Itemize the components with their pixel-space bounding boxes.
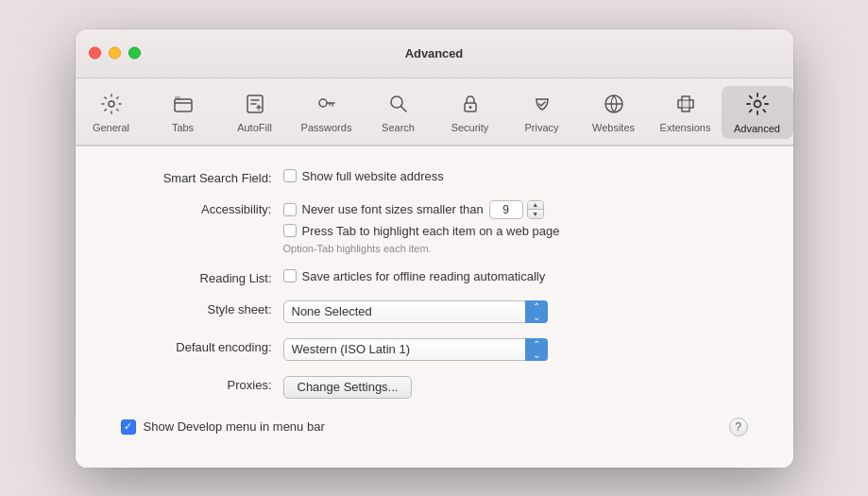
content-area: Smart Search Field: Show full website ad…: [76, 146, 793, 468]
window-title: Advanced: [405, 46, 463, 60]
tab-general-label: General: [93, 122, 129, 133]
font-size-increment[interactable]: ▲: [528, 201, 543, 210]
tab-passwords-label: Passwords: [301, 122, 352, 133]
minimize-button[interactable]: [109, 47, 121, 60]
accessibility-hint: Option-Tab highlights each item.: [283, 243, 756, 254]
offline-reading-checkbox[interactable]: [283, 269, 297, 282]
stylesheet-control: None Selected Other... ⌃⌄: [283, 300, 756, 323]
tab-highlight-checkbox[interactable]: [283, 224, 297, 237]
accessibility-row: Accessibility: Never use font sizes smal…: [113, 200, 756, 254]
proxies-row: Proxies: Change Settings...: [113, 376, 756, 399]
passwords-icon: [315, 93, 338, 119]
traffic-lights: [89, 47, 141, 60]
footer-row: ✓ Show Develop menu in menu bar ?: [113, 418, 756, 436]
tab-tabs-label: Tabs: [172, 122, 194, 133]
tab-security-label: Security: [451, 122, 489, 133]
tab-passwords[interactable]: Passwords: [291, 87, 363, 138]
encoding-select-wrapper: Western (ISO Latin 1) Unicode (UTF-8) Un…: [283, 338, 548, 361]
develop-menu-label: Show Develop menu in menu bar: [144, 419, 325, 434]
advanced-icon: [745, 92, 770, 120]
proxies-control: Change Settings...: [283, 376, 756, 399]
svg-point-0: [109, 101, 114, 107]
change-settings-button[interactable]: Change Settings...: [283, 376, 413, 399]
extensions-icon: [674, 93, 697, 119]
search-icon: [387, 93, 410, 119]
smart-search-label: Smart Search Field:: [113, 169, 283, 185]
tab-highlight-row: Press Tab to highlight each item on a we…: [283, 224, 756, 238]
tab-privacy[interactable]: Privacy: [506, 87, 578, 138]
reading-list-row: Reading List: Save articles for offline …: [113, 269, 756, 285]
stylesheet-select[interactable]: None Selected Other...: [283, 300, 548, 323]
smart-search-control: Show full website address: [283, 169, 756, 183]
show-full-address-checkbox[interactable]: [283, 169, 297, 182]
proxies-button-row: Change Settings...: [283, 376, 756, 399]
tab-autofill-label: AutoFill: [237, 122, 272, 133]
develop-menu-checkbox[interactable]: ✓: [121, 419, 136, 435]
tab-search[interactable]: Search: [363, 87, 434, 138]
font-size-checkbox[interactable]: [283, 203, 297, 216]
tab-advanced-label: Advanced: [734, 123, 780, 134]
tab-autofill[interactable]: AutoFill: [219, 87, 291, 138]
proxies-label: Proxies:: [113, 376, 283, 392]
smart-search-row: Smart Search Field: Show full website ad…: [113, 169, 756, 185]
tab-extensions[interactable]: Extensions: [650, 87, 722, 138]
tab-tabs[interactable]: Tabs: [147, 87, 219, 138]
autofill-icon: [244, 93, 266, 119]
maximize-button[interactable]: [128, 47, 141, 60]
svg-point-9: [754, 100, 760, 107]
tab-websites[interactable]: Websites: [578, 87, 650, 138]
offline-reading-label: Save articles for offline reading automa…: [302, 269, 546, 283]
websites-icon: [603, 93, 625, 119]
stylesheet-row: Style sheet: None Selected Other... ⌃⌄: [113, 300, 756, 323]
stylesheet-label: Style sheet:: [113, 300, 283, 316]
accessibility-control: Never use font sizes smaller than ▲ ▼ Pr…: [283, 200, 756, 254]
show-full-address-label: Show full website address: [302, 169, 444, 183]
tab-general[interactable]: General: [76, 87, 147, 138]
tab-websites-label: Websites: [592, 122, 635, 133]
tab-search-label: Search: [382, 122, 415, 133]
develop-menu-row: ✓ Show Develop menu in menu bar: [121, 419, 325, 435]
font-size-label: Never use font sizes smaller than: [302, 202, 484, 216]
reading-list-label: Reading List:: [113, 269, 283, 285]
close-button[interactable]: [89, 47, 101, 60]
reading-list-control: Save articles for offline reading automa…: [283, 269, 756, 283]
gear-icon: [100, 93, 123, 119]
encoding-control: Western (ISO Latin 1) Unicode (UTF-8) Un…: [283, 338, 756, 361]
font-size-input-group: ▲ ▼: [489, 200, 544, 219]
privacy-icon: [531, 93, 553, 119]
font-size-row: Never use font sizes smaller than ▲ ▼: [283, 200, 756, 219]
titlebar: Advanced: [76, 29, 793, 78]
svg-point-4: [319, 99, 327, 107]
reading-list-checkbox-row: Save articles for offline reading automa…: [283, 269, 756, 283]
tab-extensions-label: Extensions: [660, 122, 711, 133]
tab-highlight-label: Press Tab to highlight each item on a we…: [302, 224, 560, 238]
svg-rect-1: [175, 99, 192, 111]
encoding-select[interactable]: Western (ISO Latin 1) Unicode (UTF-8) Un…: [283, 338, 548, 361]
font-size-decrement[interactable]: ▼: [528, 210, 543, 218]
security-icon: [459, 93, 482, 119]
help-button[interactable]: ?: [729, 418, 748, 436]
accessibility-label: Accessibility:: [113, 200, 283, 216]
font-size-input[interactable]: [489, 200, 523, 219]
toolbar: General Tabs Au: [76, 78, 793, 145]
tab-privacy-label: Privacy: [524, 122, 558, 133]
encoding-row: Default encoding: Western (ISO Latin 1) …: [113, 338, 756, 361]
preferences-window: Advanced General Tabs: [76, 29, 793, 468]
tabs-icon: [172, 93, 195, 119]
stylesheet-select-wrapper: None Selected Other... ⌃⌄: [283, 300, 548, 323]
tab-security[interactable]: Security: [434, 87, 506, 138]
svg-rect-2: [175, 96, 180, 100]
font-size-stepper: ▲ ▼: [527, 200, 544, 219]
svg-point-7: [468, 106, 471, 109]
encoding-label: Default encoding:: [113, 338, 283, 354]
tab-advanced[interactable]: Advanced: [722, 86, 793, 139]
smart-search-checkbox-row: Show full website address: [283, 169, 756, 183]
